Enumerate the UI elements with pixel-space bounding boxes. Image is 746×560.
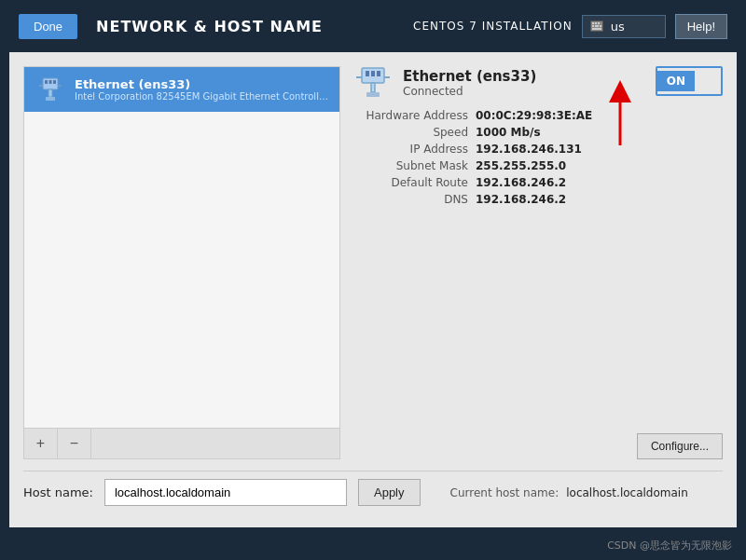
details-name-status: Ethernet (ens33) Connected [403, 68, 536, 98]
main-content: Ethernet (ens33) Intel Corporation 82545… [9, 52, 737, 527]
value-subnet: 255.255.255.0 [476, 159, 566, 172]
info-row-ip: IP Address 192.168.246.131 [354, 143, 723, 156]
ethernet-icon [35, 76, 65, 102]
svg-rect-14 [46, 97, 55, 101]
info-row-speed: Speed 1000 Mb/s [354, 126, 723, 139]
info-row-dns: DNS 192.168.246.2 [354, 193, 723, 206]
add-interface-button[interactable]: + [24, 429, 58, 458]
page-title: NETWORK & HOST NAME [96, 18, 323, 35]
interface-item-ens33[interactable]: Ethernet (ens33) Intel Corporation 82545… [24, 67, 339, 112]
value-route: 192.168.246.2 [476, 176, 566, 189]
details-status: Connected [403, 85, 536, 98]
value-dns: 192.168.246.2 [476, 193, 566, 206]
svg-rect-2 [592, 22, 594, 24]
svg-rect-4 [598, 22, 600, 24]
help-button[interactable]: Help! [675, 14, 727, 39]
svg-rect-6 [595, 25, 599, 27]
header: Done NETWORK & HOST NAME CENTOS 7 INSTAL… [0, 0, 746, 52]
current-hostname-value: localhost.localdomain [566, 486, 688, 499]
toggle-on-label: ON [657, 71, 695, 91]
apply-button[interactable]: Apply [358, 479, 421, 506]
interface-list: Ethernet (ens33) Intel Corporation 82545… [23, 66, 340, 459]
info-row-route: Default Route 192.168.246.2 [354, 176, 723, 189]
svg-rect-12 [53, 80, 56, 84]
svg-rect-11 [49, 80, 52, 84]
label-subnet: Subnet Mask [354, 159, 476, 172]
value-hardware: 00:0C:29:98:3E:AE [476, 109, 592, 122]
svg-rect-8 [592, 28, 601, 30]
svg-rect-22 [366, 92, 380, 97]
list-buttons: + − [24, 428, 339, 458]
label-dns: DNS [354, 193, 476, 206]
header-right: CENTOS 7 INSTALLATION us Help! [413, 14, 727, 39]
remove-interface-button[interactable]: − [58, 429, 91, 458]
details-title-row: Ethernet (ens33) Connected [354, 66, 536, 100]
details-panel: Ethernet (ens33) Connected ON Hardware A… [354, 66, 723, 459]
svg-rect-21 [371, 83, 375, 92]
label-speed: Speed [354, 126, 476, 139]
interface-name: Ethernet (ens33) [75, 77, 328, 91]
interface-description: Intel Corporation 82545EM Gigabit Ethern… [75, 91, 328, 102]
value-ip: 192.168.246.131 [476, 143, 582, 156]
label-route: Default Route [354, 176, 476, 189]
keyboard-icon [590, 20, 603, 32]
ethernet-detail-icon [354, 66, 392, 100]
current-hostname-label: Current host name: [450, 486, 560, 499]
watermark: CSDN @思念皆为无限泡影 [607, 539, 732, 553]
svg-rect-19 [371, 71, 375, 76]
label-ip: IP Address [354, 143, 476, 156]
network-info-table: Hardware Address 00:0C:29:98:3E:AE Speed… [354, 109, 723, 206]
svg-rect-20 [377, 71, 380, 76]
info-row-hardware: Hardware Address 00:0C:29:98:3E:AE [354, 109, 723, 122]
svg-rect-5 [592, 25, 594, 27]
current-hostname-section: Current host name: localhost.localdomain [450, 486, 688, 499]
value-speed: 1000 Mb/s [476, 126, 541, 139]
info-row-subnet: Subnet Mask 255.255.255.0 [354, 159, 723, 172]
done-button[interactable]: Done [19, 14, 77, 39]
svg-rect-18 [366, 71, 369, 76]
svg-rect-13 [48, 89, 52, 97]
top-section: Ethernet (ens33) Intel Corporation 82545… [23, 66, 723, 459]
list-spacer [24, 112, 339, 428]
svg-rect-10 [45, 80, 48, 84]
lang-value: us [611, 20, 625, 34]
label-hardware: Hardware Address [354, 109, 476, 122]
configure-button[interactable]: Configure... [637, 433, 723, 459]
language-selector[interactable]: us [582, 15, 666, 38]
hostname-label: Host name: [23, 485, 93, 499]
centos-label: CENTOS 7 INSTALLATION [413, 20, 573, 33]
configure-row: Configure... [354, 433, 723, 459]
details-header: Ethernet (ens33) Connected ON [354, 66, 723, 100]
details-name: Ethernet (ens33) [403, 68, 536, 85]
interface-info: Ethernet (ens33) Intel Corporation 82545… [75, 77, 328, 102]
svg-rect-3 [595, 22, 597, 24]
hostname-input[interactable] [104, 479, 347, 506]
header-left: Done NETWORK & HOST NAME [19, 14, 323, 39]
hostname-section: Host name: Apply Current host name: loca… [23, 471, 723, 513]
svg-rect-7 [600, 25, 601, 27]
toggle-switch[interactable]: ON [656, 66, 723, 96]
